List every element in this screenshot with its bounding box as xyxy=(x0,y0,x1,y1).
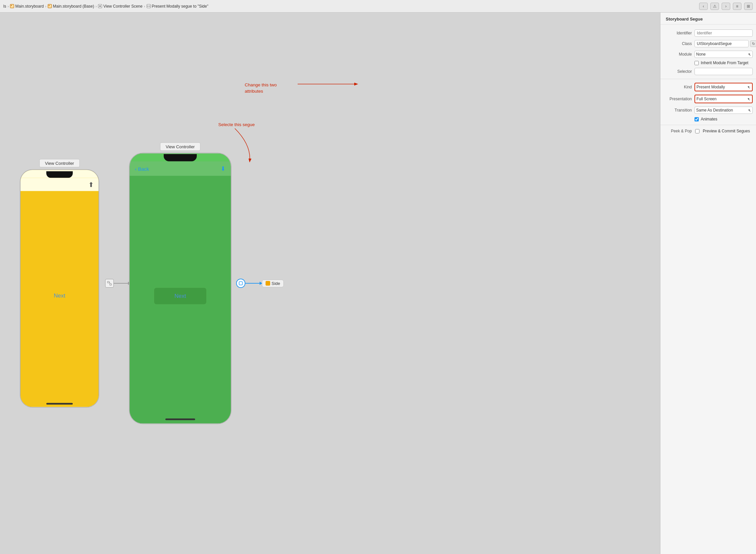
blue-line xyxy=(245,283,262,284)
transition-select[interactable]: Default Same As Destination Cross Dissol… xyxy=(694,107,753,114)
breadcrumb-ls[interactable]: ls xyxy=(3,4,6,9)
class-label: Class xyxy=(664,41,692,46)
identifier-input[interactable] xyxy=(694,30,753,37)
svg-rect-14 xyxy=(239,282,242,285)
breadcrumb-sep-3: › xyxy=(96,4,97,8)
home-bar-2 xyxy=(165,418,195,420)
peek-pop-label: Peek & Pop xyxy=(664,129,692,133)
presentation-label: Presentation xyxy=(664,97,692,101)
forward-button[interactable]: › xyxy=(721,3,730,10)
transition-row: Transition Default Same As Destination C… xyxy=(660,105,756,115)
module-select-wrapper: None ▼ xyxy=(694,51,753,58)
animates-label: Animates xyxy=(701,117,717,121)
peek-pop-row: Peek & Pop Preview & Commit Segues xyxy=(660,127,756,135)
next-button-yellow[interactable]: Next xyxy=(54,292,65,299)
panel-title: Storyboard Segue xyxy=(660,13,756,24)
connector-line-1 xyxy=(114,283,130,284)
breadcrumb-main-base[interactable]: Main.storyboard (Base) xyxy=(48,4,94,9)
phone-1-body: Next xyxy=(20,191,99,400)
kind-label: Kind xyxy=(664,85,692,89)
inherit-module-label: Inherit Module From Target xyxy=(701,61,748,65)
blue-arrow-head xyxy=(260,282,262,285)
svg-rect-2 xyxy=(48,4,52,8)
side-badge: Side xyxy=(262,280,284,287)
back-button-phone2[interactable]: ‹ Back xyxy=(135,166,149,171)
warning-button[interactable]: ⚠ xyxy=(710,3,719,10)
peek-pop-value: Preview & Commit Segues xyxy=(703,129,750,133)
svg-rect-1 xyxy=(11,5,12,6)
svg-rect-10 xyxy=(108,281,109,283)
svg-point-8 xyxy=(149,6,150,7)
selector-input[interactable] xyxy=(694,68,753,75)
selector-label: Selector xyxy=(664,69,692,74)
phone-frame-2: ‹ Back ⬇ Next xyxy=(129,153,232,424)
presentation-select[interactable]: Default Full Screen Page Sheet Form Shee… xyxy=(695,95,752,103)
download-button-phone2[interactable]: ⬇ xyxy=(220,165,226,172)
inherit-module-checkbox[interactable] xyxy=(694,61,699,65)
next-button-green[interactable]: Next xyxy=(154,288,207,305)
svg-rect-11 xyxy=(110,284,112,285)
class-input[interactable] xyxy=(694,40,749,47)
phone-notch-1 xyxy=(46,171,73,178)
breadcrumb-main-storyboard[interactable]: Main.storyboard xyxy=(10,4,44,9)
right-panel: Storyboard Segue Identifier Class ↻ → Mo… xyxy=(660,13,756,554)
segue-circle[interactable] xyxy=(236,279,245,288)
phone-2-nav-bar: ‹ Back ⬇ xyxy=(130,162,231,176)
annotation-arrow-2 xyxy=(232,128,265,168)
separator-1 xyxy=(660,79,756,79)
segue-circle-icon xyxy=(239,281,243,286)
phone-2-mockup: View Controller ‹ Back ⬇ Next xyxy=(129,143,232,424)
panel-body: Identifier Class ↻ → Module None xyxy=(660,24,756,554)
annotation-change-attributes: Change this two attributes xyxy=(245,82,277,95)
svg-point-7 xyxy=(147,6,148,7)
module-select[interactable]: None xyxy=(694,51,753,58)
transition-label: Transition xyxy=(664,108,692,113)
animates-row: Animates xyxy=(660,115,756,123)
back-button[interactable]: ‹ xyxy=(699,3,708,10)
breadcrumb-sep-1: › xyxy=(8,4,9,8)
kind-row: Kind Show Show Detail Present Modally Pr… xyxy=(660,81,756,93)
peek-pop-checkbox[interactable] xyxy=(695,129,699,133)
presentation-select-wrapper: Default Full Screen Page Sheet Form Shee… xyxy=(694,95,753,103)
canvas-area[interactable]: View Controller ⬆ Next xyxy=(0,13,660,554)
scene-icon xyxy=(98,4,102,8)
module-label: Module xyxy=(664,52,692,57)
breadcrumb-sep-4: › xyxy=(144,4,145,8)
breadcrumb-sep-2: › xyxy=(45,4,46,8)
breadcrumb: ls › Main.storyboard › Main.storyboard (… xyxy=(3,4,208,9)
transition-select-wrapper: Default Same As Destination Cross Dissol… xyxy=(694,107,753,114)
kind-select[interactable]: Show Show Detail Present Modally Present… xyxy=(695,84,752,91)
inherit-module-row: Inherit Module From Target xyxy=(660,60,756,66)
phone-2-top-area xyxy=(130,154,231,162)
presentation-row: Presentation Default Full Screen Page Sh… xyxy=(660,93,756,105)
blue-segue-connector: Side xyxy=(236,279,284,288)
svg-rect-0 xyxy=(10,4,14,8)
svg-rect-3 xyxy=(49,5,50,6)
breadcrumb-vc-scene[interactable]: View Controller Scene xyxy=(98,4,142,9)
separator-2 xyxy=(660,125,756,125)
side-badge-icon xyxy=(265,281,270,286)
breadcrumb-segue[interactable]: Present Modally segue to "Side" xyxy=(146,4,208,9)
arrow-connector-1 xyxy=(105,279,130,288)
identifier-row: Identifier xyxy=(660,28,756,38)
svg-point-5 xyxy=(99,5,101,7)
phone-1-bottom xyxy=(20,400,99,407)
toolbar: ls › Main.storyboard › Main.storyboard (… xyxy=(0,0,756,13)
grid-button[interactable]: ⊞ xyxy=(744,3,753,10)
menu-button[interactable]: ≡ xyxy=(733,3,742,10)
storyboard-icon-1 xyxy=(10,4,14,8)
vc-label-1: View Controller xyxy=(39,159,80,167)
animates-checkbox[interactable] xyxy=(694,117,699,121)
selector-row: Selector xyxy=(660,66,756,77)
phone-1-top-bar: ⬆ xyxy=(20,178,99,191)
phone-notch-2 xyxy=(164,154,197,162)
phone-1-inner: ⬆ Next xyxy=(20,170,99,407)
phone-frame-1: ⬆ Next xyxy=(20,169,99,408)
class-refresh-button[interactable]: ↻ xyxy=(750,40,756,47)
phone-2-inner: ‹ Back ⬇ Next xyxy=(130,154,231,424)
share-icon[interactable]: ⬆ xyxy=(88,181,94,189)
main-content: View Controller ⬆ Next xyxy=(0,13,756,554)
class-input-group: ↻ → xyxy=(694,40,756,47)
phone-2-bottom xyxy=(130,416,231,424)
module-row: Module None ▼ xyxy=(660,49,756,60)
